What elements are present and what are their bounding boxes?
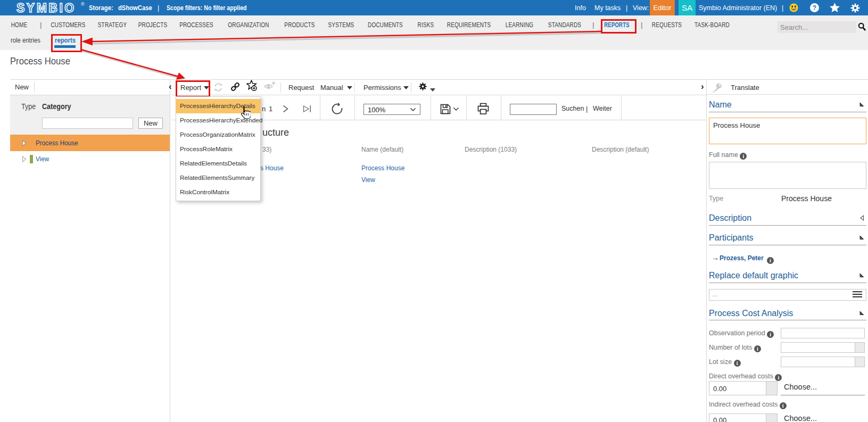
svg-text:?: ?	[813, 4, 816, 12]
